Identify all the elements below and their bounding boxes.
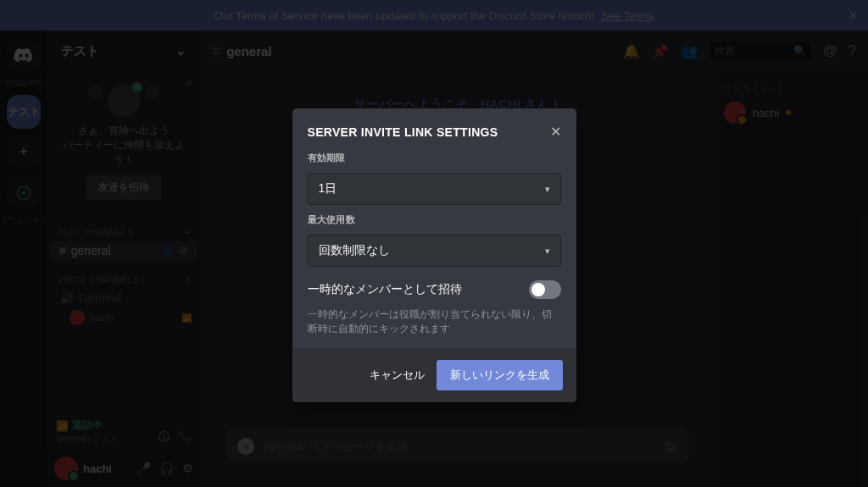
invite-settings-modal: SERVER INVITE LINK SETTINGS ✕ 有効期限 1日 ▾ … bbox=[292, 108, 576, 402]
max-uses-value: 回数制限なし bbox=[319, 243, 390, 258]
modal-close-icon[interactable]: ✕ bbox=[550, 124, 561, 140]
temp-member-toggle[interactable] bbox=[529, 280, 561, 299]
modal-body: 有効期限 1日 ▾ 最大使用数 回数制限なし ▾ 一時的なメンバーとして招待 一… bbox=[292, 148, 576, 348]
cancel-button[interactable]: キャンセル bbox=[370, 368, 425, 383]
modal-title: SERVER INVITE LINK SETTINGS bbox=[308, 125, 498, 139]
modal-header: SERVER INVITE LINK SETTINGS ✕ bbox=[292, 108, 576, 148]
max-uses-select[interactable]: 回数制限なし ▾ bbox=[308, 235, 561, 267]
temp-member-desc: 一時的なメンバーは役職が割り当てられない限り、切断時に自動的にキックされます bbox=[308, 307, 561, 336]
chevron-down-icon: ▾ bbox=[545, 184, 550, 195]
expire-value: 1日 bbox=[319, 181, 337, 196]
temp-member-row: 一時的なメンバーとして招待 bbox=[308, 280, 561, 299]
app-root: Our Terms of Service have been updated t… bbox=[0, 0, 868, 487]
chevron-down-icon: ▾ bbox=[545, 246, 550, 257]
expire-select[interactable]: 1日 ▾ bbox=[308, 173, 561, 205]
generate-link-button[interactable]: 新しいリンクを生成 bbox=[437, 360, 563, 390]
modal-overlay[interactable]: SERVER INVITE LINK SETTINGS ✕ 有効期限 1日 ▾ … bbox=[0, 0, 868, 487]
modal-footer: キャンセル 新しいリンクを生成 bbox=[292, 348, 576, 402]
expire-label: 有効期限 bbox=[308, 152, 561, 164]
temp-member-label: 一時的なメンバーとして招待 bbox=[308, 282, 462, 297]
max-uses-label: 最大使用数 bbox=[308, 213, 561, 226]
